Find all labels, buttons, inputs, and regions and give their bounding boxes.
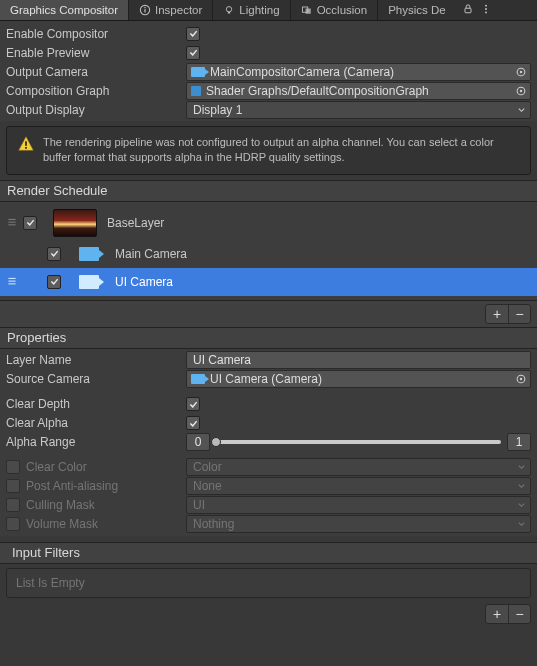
tab-label: Graphics Compositor <box>10 4 118 16</box>
section-render-schedule-title: Render Schedule <box>7 183 107 198</box>
layer-base-thumbnail <box>53 209 97 237</box>
alpha-range-min[interactable]: 0 <box>186 433 210 451</box>
svg-rect-6 <box>305 9 310 14</box>
svg-point-10 <box>485 11 487 13</box>
tab-occlusion[interactable]: Occlusion <box>291 0 379 20</box>
section-render-schedule: Render Schedule <box>0 180 537 202</box>
svg-rect-4 <box>228 12 230 14</box>
label-clear-depth: Clear Depth <box>6 397 186 411</box>
checkbox-clear-depth[interactable] <box>186 397 200 411</box>
layers-add-button[interactable]: + <box>486 305 508 323</box>
tab-actions <box>456 3 498 17</box>
section-input-filters: Input Filters <box>0 542 537 564</box>
layer-base[interactable]: BaseLayer <box>0 206 537 240</box>
field-output-camera[interactable]: MainCompositorCamera (Camera) <box>186 63 531 81</box>
layers-list: BaseLayer Main Camera UI Camera <box>0 202 537 300</box>
dropdown-culling-mask: UI <box>186 496 531 514</box>
row-culling-mask: Culling Mask UI <box>0 496 537 515</box>
tab-physics-debug[interactable]: Physics De <box>378 0 456 20</box>
dropdown-output-display[interactable]: Display 1 <box>186 101 531 119</box>
alpha-range-slider[interactable] <box>216 440 501 444</box>
dropdown-post-aa: None <box>186 477 531 495</box>
camera-icon <box>79 275 99 289</box>
label-clear-color: Clear Color <box>26 460 87 474</box>
tab-strip: Graphics Compositor Inspector Lighting O… <box>0 0 537 21</box>
alpha-range-max[interactable]: 1 <box>507 433 531 451</box>
tab-inspector[interactable]: Inspector <box>129 0 213 20</box>
camera-icon <box>191 374 205 384</box>
tab-label: Lighting <box>239 4 279 16</box>
layer-ui-camera[interactable]: UI Camera <box>0 268 537 296</box>
kebab-menu-icon[interactable] <box>480 3 492 17</box>
svg-rect-22 <box>8 284 15 285</box>
layer-main-camera[interactable]: Main Camera <box>0 240 537 268</box>
label-volume-mask: Volume Mask <box>26 517 98 531</box>
chevron-down-icon <box>517 520 526 529</box>
svg-rect-2 <box>144 7 145 8</box>
checkbox-clear-alpha[interactable] <box>186 416 200 430</box>
section-properties: Properties <box>0 327 537 349</box>
dropdown-clear-color-value: Color <box>193 460 222 474</box>
checkbox-enable-compositor[interactable] <box>186 27 200 41</box>
override-culling-mask[interactable] <box>6 498 20 512</box>
row-layer-name: Layer Name <box>0 351 537 370</box>
svg-rect-19 <box>8 225 15 226</box>
section-input-filters-title: Input Filters <box>12 545 80 560</box>
input-filters-add-remove: + − <box>485 604 531 624</box>
field-composition-graph[interactable]: Shader Graphs/DefaultCompositionGraph <box>186 82 531 100</box>
checkbox-enable-preview[interactable] <box>186 46 200 60</box>
layers-footer: + − <box>0 300 537 327</box>
field-output-camera-value: MainCompositorCamera (Camera) <box>210 65 394 79</box>
object-picker-icon[interactable] <box>515 66 527 78</box>
chevron-down-icon <box>517 105 526 114</box>
row-alpha-range: Alpha Range 0 1 <box>0 433 537 452</box>
input-filters-remove-button[interactable]: − <box>508 605 530 623</box>
camera-icon <box>79 247 99 261</box>
label-layer-name: Layer Name <box>6 353 186 367</box>
svg-point-14 <box>520 89 522 91</box>
input-filters-add-button[interactable]: + <box>486 605 508 623</box>
object-picker-icon[interactable] <box>515 373 527 385</box>
row-source-camera: Source Camera UI Camera (Camera) <box>0 370 537 389</box>
tab-lighting[interactable]: Lighting <box>213 0 290 20</box>
override-clear-color[interactable] <box>6 460 20 474</box>
row-output-camera: Output Camera MainCompositorCamera (Came… <box>0 62 537 81</box>
checkbox-layer-base[interactable] <box>23 216 37 230</box>
svg-rect-1 <box>144 9 145 12</box>
checkbox-layer-ui-camera[interactable] <box>47 275 61 289</box>
row-composition-graph: Composition Graph Shader Graphs/DefaultC… <box>0 81 537 100</box>
svg-point-12 <box>520 70 522 72</box>
info-icon <box>139 4 151 16</box>
drag-handle-icon[interactable] <box>6 217 17 228</box>
row-post-aa: Post Anti-aliasing None <box>0 477 537 496</box>
tab-graphics-compositor[interactable]: Graphics Compositor <box>0 0 129 20</box>
occlusion-icon <box>301 4 313 16</box>
row-enable-compositor: Enable Compositor <box>0 24 537 43</box>
row-clear-color: Clear Color Color <box>0 458 537 477</box>
layer-base-label: BaseLayer <box>107 216 164 230</box>
lock-icon[interactable] <box>462 3 474 17</box>
field-source-camera[interactable]: UI Camera (Camera) <box>186 370 531 388</box>
tab-label: Inspector <box>155 4 202 16</box>
tab-label: Physics De <box>388 4 446 16</box>
label-post-aa: Post Anti-aliasing <box>26 479 118 493</box>
input-filters-empty-text: List Is Empty <box>16 576 85 590</box>
warning-icon <box>17 135 35 153</box>
row-output-display: Output Display Display 1 <box>0 100 537 119</box>
dropdown-volume-mask: Nothing <box>186 515 531 533</box>
override-post-aa[interactable] <box>6 479 20 493</box>
label-clear-alpha: Clear Alpha <box>6 416 186 430</box>
input-layer-name[interactable] <box>186 351 531 369</box>
label-alpha-range: Alpha Range <box>6 435 186 449</box>
override-volume-mask[interactable] <box>6 517 20 531</box>
object-picker-icon[interactable] <box>515 85 527 97</box>
tab-label: Occlusion <box>317 4 368 16</box>
layers-add-remove: + − <box>485 304 531 324</box>
drag-handle-icon[interactable] <box>6 276 17 287</box>
lightbulb-icon <box>223 4 235 16</box>
svg-rect-18 <box>8 222 15 223</box>
layers-remove-button[interactable]: − <box>508 305 530 323</box>
dropdown-clear-color: Color <box>186 458 531 476</box>
slider-handle-icon[interactable] <box>211 437 221 447</box>
checkbox-layer-main-camera[interactable] <box>47 247 61 261</box>
